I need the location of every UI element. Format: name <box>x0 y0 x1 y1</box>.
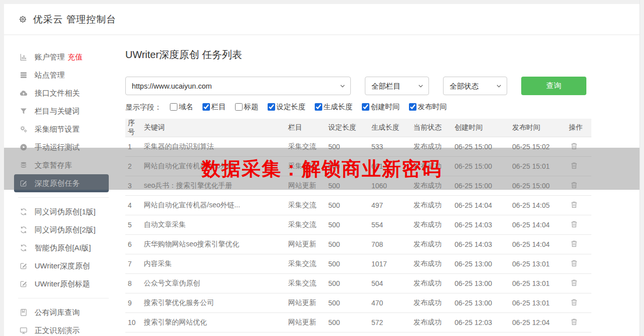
sidebar: 账户管理充值站点管理接口文件相关栏目与关键词采集细节设置手动运行测试文章暂存库深… <box>4 35 125 335</box>
delete-button[interactable] <box>569 277 579 289</box>
sidebar-item[interactable]: 智能伪原创[AI版] <box>14 239 109 257</box>
sidebar-item-label: 账户管理 <box>35 53 65 62</box>
column-header: 生成长度 <box>369 119 411 137</box>
published-time-cell: 06-25 13:01 <box>510 293 566 313</box>
topbar: 优采云 管理控制台 <box>4 4 639 35</box>
column-header: 栏目 <box>286 119 326 137</box>
display-field-option[interactable]: 域名 <box>170 102 193 112</box>
play-icon <box>19 143 28 152</box>
sidebar-item[interactable]: 文章暂存库 <box>14 156 109 174</box>
gen-length-cell: 533 <box>369 137 411 157</box>
sidebar-item-label: 公有词库查询 <box>35 308 80 317</box>
sidebar-item[interactable]: 账户管理充值 <box>14 48 109 66</box>
sidebar-item[interactable]: 同义词伪原创[2版] <box>14 221 109 239</box>
sidebar-item[interactable]: 深度原创任务 <box>14 174 109 192</box>
keyword-cell: 搜索引擎的网站优化 <box>141 313 286 332</box>
display-field-option[interactable]: 生成长度 <box>315 102 353 112</box>
display-field-checkbox[interactable] <box>170 103 177 111</box>
column-header: 创建时间 <box>452 119 510 137</box>
gears-icon <box>19 125 28 134</box>
column-header: 当前状态 <box>411 119 452 137</box>
display-fields-row: 显示字段： 域名栏目标题设定长度生成长度创建时间发布时间 <box>125 102 639 112</box>
display-field-checkbox[interactable] <box>202 103 210 111</box>
delete-button[interactable] <box>569 219 579 231</box>
created-time-cell: 06-25 15:00 <box>452 157 510 176</box>
filter-row: https://www.ucaiyun.com 全部栏目 <box>125 77 639 95</box>
sidebar-item[interactable]: 手动运行测试 <box>14 138 109 156</box>
status-cell: 发布成功 <box>411 157 452 176</box>
sidebar-item[interactable]: 栏目与关键词 <box>14 102 109 120</box>
display-field-checkbox[interactable] <box>362 103 369 111</box>
column-select[interactable]: 全部栏目 <box>365 77 429 95</box>
column-select-wrap: 全部栏目 <box>365 77 429 95</box>
column-cell: 网站更新 <box>286 176 326 196</box>
keyword-cell: 公众号文章伪原创 <box>141 274 286 293</box>
display-field-checkbox[interactable] <box>235 103 243 111</box>
trash-icon <box>570 142 578 152</box>
delete-button[interactable] <box>569 141 579 153</box>
sidebar-item[interactable]: 接口文件相关 <box>14 84 109 102</box>
scrollbar[interactable] <box>639 0 644 336</box>
gen-length-cell: 554 <box>369 215 411 235</box>
display-field-option[interactable]: 创建时间 <box>362 102 400 112</box>
keyword-cell: 内容采集 <box>141 254 286 274</box>
sidebar-item[interactable]: 采集细节设置 <box>14 120 109 138</box>
display-field-option[interactable]: 栏目 <box>202 102 226 112</box>
display-field-checkbox[interactable] <box>409 103 416 111</box>
action-cell <box>566 176 591 196</box>
action-cell <box>566 137 591 157</box>
app-window: 优采云 管理控制台 账户管理充值站点管理接口文件相关栏目与关键词采集细节设置手动… <box>4 4 639 336</box>
created-time-cell: 06-25 14:03 <box>452 235 510 254</box>
row-index: 6 <box>125 235 141 254</box>
column-cell: 采集交流 <box>286 254 326 274</box>
trash-icon <box>570 259 578 269</box>
display-field-option[interactable]: 发布时间 <box>409 102 447 112</box>
display-field-checkbox[interactable] <box>268 103 275 111</box>
status-select[interactable]: 全部状态 <box>443 77 507 95</box>
sidebar-item[interactable]: 站点管理 <box>14 66 109 84</box>
display-field-option[interactable]: 标题 <box>235 102 259 112</box>
action-cell <box>566 157 591 176</box>
published-time-cell: 06-25 13:01 <box>510 274 566 293</box>
published-time-cell: 06-25 13:01 <box>510 254 566 274</box>
row-index: 10 <box>125 313 141 332</box>
delete-button[interactable] <box>569 238 579 250</box>
sidebar-item[interactable]: 正文识别演示 <box>14 321 109 336</box>
display-field-label: 栏目 <box>211 102 226 112</box>
trash-icon <box>570 298 578 308</box>
display-field-label: 标题 <box>244 102 259 112</box>
sidebar-divider <box>18 298 109 298</box>
display-field-option[interactable]: 设定长度 <box>268 102 306 112</box>
recharge-badge[interactable]: 充值 <box>68 53 83 62</box>
keyword-cell: 网站自动化宣传机器/seo外链... <box>141 157 286 176</box>
column-cell: 网站更新 <box>286 235 326 254</box>
column-header: 设定长度 <box>326 119 369 137</box>
delete-button[interactable] <box>569 180 579 192</box>
sidebar-item[interactable]: 公有词库查询 <box>14 303 109 321</box>
created-time-cell: 06-25 15:00 <box>452 137 510 157</box>
delete-button[interactable] <box>569 258 579 270</box>
site-select[interactable]: https://www.ucaiyun.com <box>125 77 351 95</box>
query-button[interactable]: 查询 <box>521 77 586 95</box>
delete-button[interactable] <box>569 297 579 309</box>
delete-button[interactable] <box>569 199 579 211</box>
edit-icon <box>19 279 28 288</box>
monitor-icon <box>19 326 28 335</box>
sidebar-item[interactable]: 同义词伪原创[1版] <box>14 203 109 221</box>
set-length-cell: 500 <box>326 215 369 235</box>
edit-icon <box>19 179 28 188</box>
delete-button[interactable] <box>569 160 579 172</box>
delete-button[interactable] <box>569 316 579 328</box>
page-title: UWriter深度原创 任务列表 <box>125 48 639 62</box>
table-row: 5自动文章采集采集交流500554发布成功06-25 14:0306-25 14… <box>125 215 591 235</box>
keyword-cell: 自动文章采集 <box>141 215 286 235</box>
sidebar-item-label: 手动运行测试 <box>35 143 80 152</box>
sidebar-item[interactable]: UWriter深度原创 <box>14 257 109 275</box>
trash-icon <box>570 161 578 171</box>
published-time-cell: 06-25 15:01 <box>510 157 566 176</box>
filter-icon <box>19 107 28 116</box>
sidebar-item[interactable]: UWriter原创标题 <box>14 275 109 293</box>
row-index: 7 <box>125 254 141 274</box>
created-time-cell: 06-25 14:04 <box>452 196 510 215</box>
display-field-checkbox[interactable] <box>315 103 322 111</box>
